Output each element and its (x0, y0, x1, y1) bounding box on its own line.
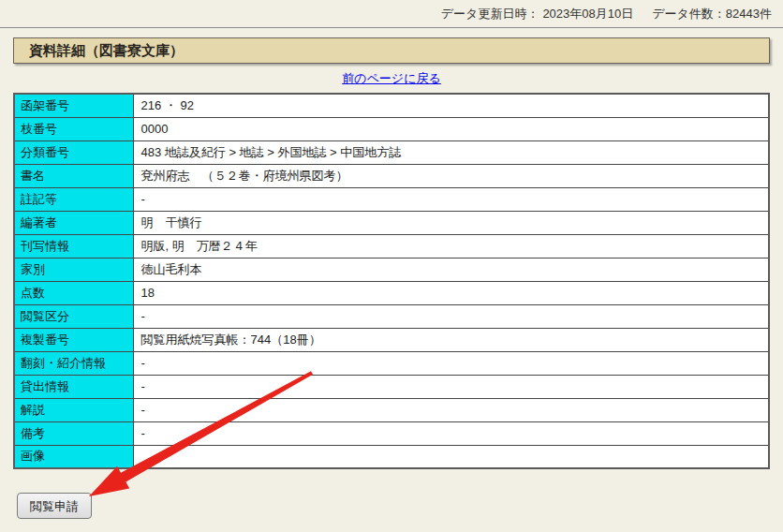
back-to-previous-page-link[interactable]: 前のページに戻る (342, 71, 441, 85)
table-row: 枝番号 0000 (14, 117, 769, 140)
row-value: 徳山毛利本 (133, 258, 769, 281)
table-row: 分類番号 483 地誌及紀行 > 地誌 > 外国地誌 > 中国地方誌 (14, 140, 769, 164)
table-row: 書名 兗州府志 （５２巻・府境州県図考） (14, 164, 769, 187)
data-count-label: データ件数： (652, 6, 726, 22)
table-row: 翻刻・紹介情報 - (14, 351, 769, 375)
data-updated-label: データ更新日時： (441, 6, 539, 22)
viewing-request-button[interactable]: 閲覧申請 (17, 493, 92, 519)
row-label: 函架番号 (14, 94, 133, 117)
table-row: 刊写情報 明版, 明 万暦２４年 (14, 234, 769, 258)
data-updated-value: 2023年08月10日 (542, 6, 633, 22)
table-row: 解説 - (14, 398, 769, 421)
row-value: 兗州府志 （５２巻・府境州県図考） (133, 164, 769, 187)
table-row: 点数 18 (14, 281, 769, 304)
row-value: - (133, 375, 769, 398)
button-row: 閲覧申請 (17, 493, 783, 519)
back-link-row: 前のページに戻る (13, 70, 770, 87)
table-row: 画像 (14, 445, 769, 468)
row-label: 分類番号 (14, 140, 133, 164)
row-value: 216 ・ 92 (133, 94, 769, 117)
data-count-value: 82443件 (726, 6, 772, 22)
row-label: 画像 (14, 445, 133, 468)
row-value: - (133, 351, 769, 375)
table-row: 備考 - (14, 421, 769, 445)
row-label: 家別 (14, 258, 133, 281)
row-value: - (133, 398, 769, 421)
material-detail-table: 函架番号 216 ・ 92 枝番号 0000 分類番号 483 地誌及紀行 > … (13, 93, 770, 469)
row-label: 複製番号 (14, 328, 133, 351)
row-label: 閲覧区分 (14, 304, 133, 328)
row-label: 貸出情報 (14, 375, 133, 398)
row-value: - (133, 304, 769, 328)
row-value: - (133, 187, 769, 211)
page-title: 資料詳細（図書寮文庫） (29, 42, 184, 60)
row-value: 明 干慎行 (133, 211, 769, 234)
row-value: 0000 (133, 117, 769, 140)
row-label: 翻刻・紹介情報 (14, 351, 133, 375)
table-row: 閲覧区分 - (14, 304, 769, 328)
row-value: - (133, 421, 769, 445)
table-row: 函架番号 216 ・ 92 (14, 94, 769, 117)
page-title-bar: 資料詳細（図書寮文庫） (13, 37, 770, 64)
row-value: 明版, 明 万暦２４年 (133, 234, 769, 258)
row-value (133, 445, 769, 468)
row-value: 18 (133, 281, 769, 304)
row-label: 点数 (14, 281, 133, 304)
row-label: 註記等 (14, 187, 133, 211)
table-row: 貸出情報 - (14, 375, 769, 398)
row-label: 編著者 (14, 211, 133, 234)
row-label: 書名 (14, 164, 133, 187)
table-row: 複製番号 閲覧用紙焼写真帳：744（18冊） (14, 328, 769, 351)
row-value: 閲覧用紙焼写真帳：744（18冊） (133, 328, 769, 351)
row-label: 枝番号 (14, 117, 133, 140)
row-label: 解説 (14, 398, 133, 421)
table-row: 編著者 明 干慎行 (14, 211, 769, 234)
row-label: 備考 (14, 421, 133, 445)
table-row: 註記等 - (14, 187, 769, 211)
meta-bar: データ更新日時： 2023年08月10日 データ件数： 82443件 (0, 0, 783, 28)
row-label: 刊写情報 (14, 234, 133, 258)
row-value: 483 地誌及紀行 > 地誌 > 外国地誌 > 中国地方誌 (133, 140, 769, 164)
table-row: 家別 徳山毛利本 (14, 258, 769, 281)
